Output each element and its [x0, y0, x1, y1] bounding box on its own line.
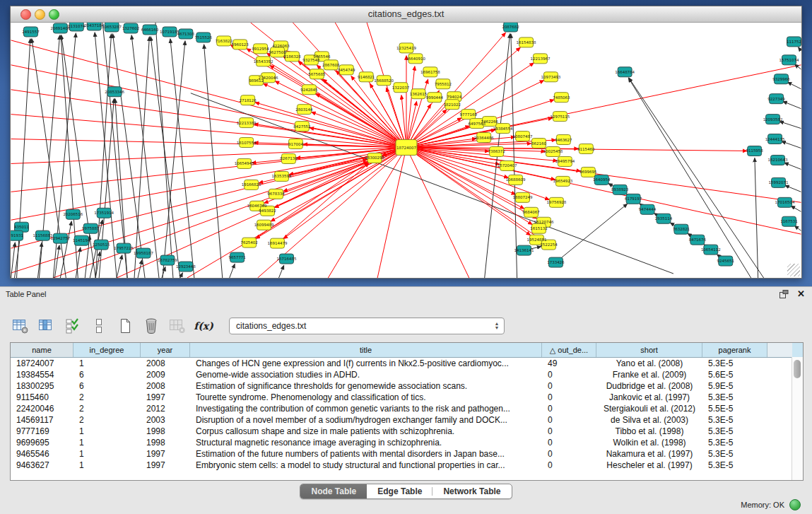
- graph-node-label: 9678334: [267, 192, 285, 196]
- table-cell: 1997: [141, 448, 190, 460]
- graph-node-label: 9990444: [426, 95, 444, 100]
- table-cell: 5.3E-5: [702, 358, 767, 369]
- graph-node-label: 12093582: [763, 117, 783, 122]
- graph-node-label: 7386372: [488, 149, 505, 153]
- tab-edge-table[interactable]: Edge Table: [367, 484, 433, 498]
- graph-node-label: 111752: [787, 40, 801, 44]
- graph-node-label: 1733426: [547, 260, 565, 264]
- graph-edge: [629, 78, 764, 278]
- graph-node-label: 1322037: [392, 86, 410, 90]
- table-cell: 9699695: [11, 437, 73, 448]
- table-row[interactable]: 969969511998Structural magnetic resonanc…: [11, 437, 803, 448]
- graph-edge: [316, 93, 406, 147]
- graph-node-label: 1640954: [593, 177, 611, 182]
- table-row[interactable]: 911546021997Tourette syndrome. Phenomeno…: [11, 392, 803, 403]
- table-cell: Wolkin et al. (1998): [596, 437, 702, 448]
- delete-table-icon[interactable]: [168, 317, 187, 335]
- column-header-title[interactable]: title: [190, 343, 542, 357]
- node-table: namein_degreeyeartitle△ out_de...shortpa…: [10, 342, 804, 481]
- graph-edge: [11, 115, 406, 148]
- table-row[interactable]: 946554611997Estimation of the future num…: [11, 448, 803, 460]
- table-row[interactable]: 946362711997Embryonic stem cells: a mode…: [11, 460, 803, 471]
- graph-edge: [278, 265, 283, 278]
- network-window[interactable]: citations_edges.txt 24915572069140681310…: [10, 6, 802, 279]
- graph-node-label: 9493822: [259, 209, 276, 213]
- graph-node-label: 20364486: [474, 136, 494, 140]
- table-cell: 2009: [141, 369, 190, 380]
- graph-node-label: 9146821: [358, 75, 375, 79]
- network-canvas[interactable]: 2491557206914068131074204371841065328713…: [11, 23, 801, 278]
- column-header-year[interactable]: year: [141, 343, 190, 357]
- table-cell: 1: [73, 460, 141, 471]
- table-row[interactable]: 1830029562008Estimation of significance …: [11, 380, 803, 392]
- table-cell: Dudbridge et al. (2008): [596, 380, 702, 392]
- network-window-title: citations_edges.txt: [11, 8, 801, 19]
- graph-node-label: 19958187: [134, 251, 153, 255]
- select-columns-icon[interactable]: [64, 317, 82, 335]
- column-header-in_degree[interactable]: in_degree: [73, 343, 141, 357]
- graph-node-label: 7625402: [240, 240, 257, 245]
- table-selector-dropdown[interactable]: citations_edges.txt ▲▼: [229, 317, 505, 334]
- column-header-pagerank[interactable]: pagerank: [702, 343, 767, 357]
- table-cell: 0: [542, 414, 596, 426]
- scrollbar-thumb[interactable]: [794, 360, 801, 378]
- table-selector-value: citations_edges.txt: [230, 321, 306, 331]
- tab-node-table[interactable]: Node Table: [300, 484, 367, 498]
- citation-network-graph[interactable]: 2491557206914068131074204371841065328713…: [11, 23, 801, 278]
- column-visibility-icon[interactable]: [37, 317, 56, 335]
- graph-node-label: 9245651: [717, 259, 734, 263]
- table-cell: Genome-wide association studies in ADHD.: [190, 369, 542, 380]
- graph-edge: [54, 245, 59, 278]
- graph-node-label: 2935114: [655, 216, 673, 221]
- graph-node-label: 917004: [288, 142, 303, 146]
- graph-edge: [312, 112, 406, 147]
- table-cell: 1997: [141, 392, 190, 403]
- graph-edge: [779, 122, 801, 129]
- table-cell: Structural magnetic resonance image aver…: [190, 437, 542, 448]
- table-cell: 0: [542, 460, 596, 471]
- column-header-short[interactable]: short: [596, 343, 702, 357]
- table-row[interactable]: 1456911722003Disruption of a novel membe…: [11, 414, 803, 426]
- memory-status-indicator[interactable]: [789, 499, 801, 510]
- table-cell: 14569117: [11, 414, 73, 426]
- graph-node-label: 435011: [14, 225, 29, 229]
- table-mode-icon[interactable]: [11, 317, 30, 335]
- graph-edge: [784, 163, 801, 169]
- close-icon[interactable]: ✕: [797, 289, 805, 298]
- table-cell: 5.9E-5: [702, 380, 767, 392]
- new-column-icon[interactable]: [116, 317, 134, 335]
- graph-node-label: 16543392: [254, 59, 273, 64]
- function-builder-icon[interactable]: f(x): [194, 317, 213, 335]
- graph-node-label: 9242845: [300, 88, 317, 92]
- table-row[interactable]: 977716911998Corpus callosum shape and si…: [11, 426, 803, 437]
- network-window-titlebar[interactable]: citations_edges.txt: [11, 6, 801, 23]
- column-header-name[interactable]: name: [11, 343, 73, 357]
- table-cell: 2003: [141, 414, 190, 426]
- float-window-icon[interactable]: [779, 290, 789, 298]
- table-cell: Investigating the contribution of common…: [190, 403, 542, 414]
- table-row[interactable]: 1938455462009Genome-wide association stu…: [11, 369, 803, 380]
- graph-edge: [230, 264, 235, 278]
- delete-column-icon[interactable]: [142, 317, 160, 335]
- graph-node-label: 14136141: [514, 248, 534, 252]
- graph-node-label: 18807249: [513, 195, 533, 199]
- clear-selection-icon[interactable]: [90, 317, 108, 335]
- graph-node-label: 18300295: [365, 156, 384, 160]
- resize-grip[interactable]: [787, 264, 800, 276]
- graph-edge: [783, 101, 801, 108]
- graph-node-label: 7485063: [553, 95, 570, 100]
- graph-node-label: 8131074: [68, 24, 86, 28]
- graph-node-label: 15688520: [374, 78, 394, 83]
- vertical-scrollbar[interactable]: [792, 357, 803, 480]
- graph-node-label: 9115460: [577, 147, 595, 151]
- tab-network-table[interactable]: Network Table: [433, 484, 511, 498]
- table-cell: Hescheler et al. (1997): [596, 460, 702, 471]
- table-row[interactable]: 1872400712008Changes of HCN gene express…: [11, 358, 803, 369]
- graph-node-label: 2803144: [295, 107, 313, 112]
- table-row[interactable]: 2242004622012Investigating the contribut…: [11, 403, 803, 414]
- table-cell: 5.3E-5: [702, 414, 767, 426]
- graph-node-label: 19166825: [242, 182, 261, 187]
- column-header-out_de[interactable]: △ out_de...: [542, 343, 596, 357]
- graph-node-label: 2491557: [22, 30, 40, 34]
- table-cell: Changes of HCN gene expression and I(f) …: [190, 358, 542, 369]
